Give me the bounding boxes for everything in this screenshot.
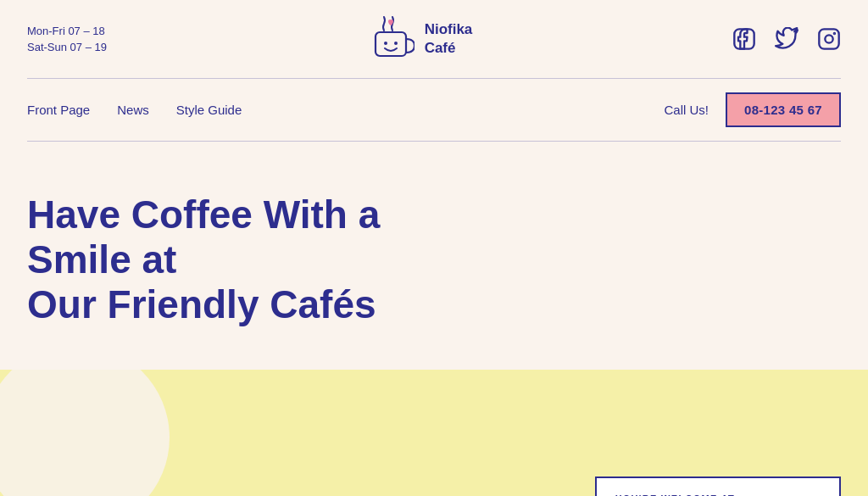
nav-front-page[interactable]: Front Page [27, 103, 90, 117]
nav-style-guide[interactable]: Style Guide [176, 103, 242, 117]
nav-right: Call Us! 08-123 45 67 [664, 92, 841, 127]
svg-point-1 [384, 42, 387, 45]
call-us-label: Call Us! [664, 103, 709, 117]
svg-rect-4 [819, 29, 838, 48]
yellow-section: YOU'RE WELCOME AT... [0, 370, 868, 496]
navigation: Front Page News Style Guide Call Us! 08-… [0, 79, 868, 141]
hero-section: Have Coffee With a Smile at Our Friendly… [0, 142, 868, 353]
nav-news[interactable]: News [117, 103, 149, 117]
top-bar: Mon-Fri 07 – 18 Sat-Sun 07 – 19 Niofika … [0, 0, 868, 78]
social-icons [732, 27, 841, 51]
instagram-icon[interactable] [817, 27, 841, 51]
twitter-icon[interactable] [775, 27, 798, 51]
svg-rect-0 [376, 32, 406, 56]
top-divider [27, 78, 841, 79]
facebook-icon[interactable] [732, 27, 756, 51]
logo-icon [367, 15, 415, 63]
svg-point-5 [825, 35, 832, 42]
welcome-card: YOU'RE WELCOME AT... [595, 476, 841, 496]
decorative-arc [0, 370, 170, 496]
hero-title: Have Coffee With a Smile at Our Friendly… [27, 192, 468, 327]
call-button[interactable]: 08-123 45 67 [726, 92, 841, 127]
weekend-hours: Sat-Sun 07 – 19 [27, 39, 107, 56]
nav-divider [27, 141, 841, 142]
weekday-hours: Mon-Fri 07 – 18 [27, 23, 107, 40]
logo-text: Niofika Café [425, 20, 473, 58]
logo[interactable]: Niofika Café [367, 15, 473, 63]
business-hours: Mon-Fri 07 – 18 Sat-Sun 07 – 19 [27, 23, 107, 56]
svg-point-2 [394, 42, 398, 45]
svg-point-6 [834, 33, 835, 34]
nav-links: Front Page News Style Guide [27, 103, 242, 117]
